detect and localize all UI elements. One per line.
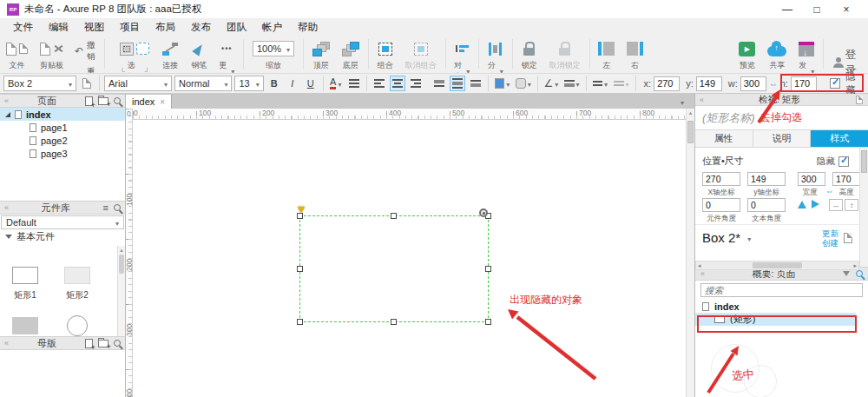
ungroup-button[interactable]: 取消组合 <box>399 38 443 72</box>
scrollbar-thumb[interactable] <box>753 262 801 268</box>
library-section-basic[interactable]: 基本元件 <box>0 230 125 243</box>
align-right-button[interactable] <box>408 76 424 91</box>
resize-handle-top-left[interactable] <box>297 213 303 219</box>
clipboard-tools-button[interactable]: 剪贴板 <box>34 38 69 72</box>
outline-item-rectangle[interactable]: (矩形) <box>695 313 856 326</box>
add-page-icon[interactable] <box>85 96 93 106</box>
canvas-vertical-scrollbar[interactable]: ▴ <box>686 109 694 397</box>
tree-expand-icon[interactable] <box>5 112 10 117</box>
x-input[interactable] <box>654 76 680 91</box>
scrollbar-thumb[interactable] <box>687 121 694 143</box>
scroll-up-icon[interactable]: ▴ <box>118 246 125 254</box>
widget-rectangle2[interactable]: 矩形2 <box>59 267 95 301</box>
collapse-panel-icon[interactable]: « <box>700 269 705 278</box>
italic-button[interactable]: I <box>285 76 300 91</box>
send-to-back-button[interactable]: 底层 <box>336 38 365 72</box>
page-tree-item-page3[interactable]: page3 <box>0 147 125 160</box>
y-input[interactable] <box>696 76 722 91</box>
fill-color-button[interactable] <box>493 76 512 91</box>
undo-button[interactable]: ↶撤销 <box>75 40 96 63</box>
resize-handle-middle-right[interactable] <box>485 266 491 272</box>
library-options-icon[interactable]: ≡ <box>103 202 108 213</box>
collapse-panel-icon[interactable]: « <box>4 339 9 347</box>
lock-button[interactable]: 锁定 <box>516 38 543 72</box>
hidden-checkbox[interactable] <box>830 78 840 89</box>
outline-item-index[interactable]: index <box>695 300 868 313</box>
collapse-panel-icon[interactable]: « <box>4 203 9 212</box>
menu-team[interactable]: 团队 <box>219 21 254 34</box>
connect-button[interactable]: 连接 <box>155 38 185 72</box>
left-panel-toggle-button[interactable]: 左 <box>592 38 621 72</box>
preview-button[interactable]: ▶ 预览 <box>733 38 761 72</box>
tab-style[interactable]: 样式 <box>811 130 868 147</box>
menu-file[interactable]: 文件 <box>5 21 41 34</box>
search-library-icon[interactable] <box>114 204 121 211</box>
bold-button[interactable]: B <box>266 76 282 91</box>
valign-top-button[interactable] <box>431 76 447 91</box>
w-input[interactable] <box>740 76 766 91</box>
copy-style-icon[interactable] <box>844 233 852 243</box>
flip-vertical-icon[interactable] <box>798 201 806 208</box>
widget-angle-input[interactable] <box>702 198 740 212</box>
canvas-page[interactable]: 出现隐藏的对象 <box>133 120 686 397</box>
selected-widget-rectangle[interactable] <box>299 215 489 322</box>
search-masters-icon[interactable] <box>114 340 121 347</box>
resize-handle-bottom-middle[interactable] <box>391 319 397 325</box>
search-pages-icon[interactable] <box>114 97 121 104</box>
menu-account[interactable]: 帐户 <box>254 21 290 34</box>
align-center-button[interactable] <box>390 76 405 91</box>
hidden-checkbox[interactable] <box>838 156 849 167</box>
collapse-panel-icon[interactable]: « <box>4 96 9 105</box>
menu-view[interactable]: 视图 <box>76 21 112 34</box>
width-input[interactable] <box>798 172 825 186</box>
library-select[interactable]: Default <box>1 215 124 229</box>
paste-icon[interactable] <box>40 43 50 56</box>
close-button[interactable]: × <box>832 3 861 16</box>
scroll-left-icon[interactable]: ◂ <box>698 261 701 270</box>
underline-button[interactable]: U <box>303 76 319 91</box>
shadow-button[interactable] <box>514 76 533 91</box>
pen-button[interactable]: 钢笔 <box>185 38 213 72</box>
menu-help[interactable]: 帮助 <box>290 21 326 34</box>
page-tree-item-index[interactable]: index <box>0 108 125 121</box>
widget-style-caret-icon[interactable] <box>746 232 751 244</box>
inspector-horizontal-scrollbar[interactable]: ◂ ▸ <box>695 261 859 270</box>
line-width-button[interactable] <box>562 76 582 91</box>
right-panel-toggle-button[interactable]: 右 <box>621 38 649 72</box>
add-master-folder-icon[interactable] <box>98 340 108 347</box>
open-file-icon[interactable] <box>19 43 28 54</box>
filter-icon[interactable] <box>843 271 850 276</box>
font-weight-select[interactable]: Normal <box>174 76 232 91</box>
new-file-icon[interactable] <box>6 43 16 56</box>
resize-handle-top-middle[interactable] <box>391 213 397 219</box>
maximize-button[interactable]: □ <box>802 3 832 16</box>
height-input[interactable] <box>832 172 860 186</box>
font-color-button[interactable]: A <box>328 76 344 91</box>
fit-width-icon[interactable]: ↔ <box>829 199 843 211</box>
line-style-button[interactable] <box>591 76 610 91</box>
scrollbar-thumb[interactable] <box>119 255 124 274</box>
zoom-select[interactable]: 100% <box>253 41 294 56</box>
widget-style-select[interactable]: Box 2 <box>3 76 76 91</box>
scrollbar-thumb[interactable] <box>861 150 867 173</box>
resize-handle-bottom-right[interactable] <box>485 319 491 325</box>
page-tree-item-page1[interactable]: page1 <box>0 121 125 134</box>
bring-to-front-button[interactable]: 顶层 <box>306 38 336 72</box>
select-intersect-icon[interactable] <box>120 43 134 56</box>
scroll-right-icon[interactable]: ▸ <box>853 261 857 270</box>
fit-height-icon[interactable]: ↕ <box>845 199 858 211</box>
collapse-panel-icon[interactable]: « <box>700 96 704 104</box>
h-input[interactable] <box>791 76 817 91</box>
menu-edit[interactable]: 编辑 <box>41 21 76 34</box>
tab-index[interactable]: index × <box>126 95 172 109</box>
valign-middle-button[interactable] <box>450 76 465 91</box>
outline-search-box[interactable] <box>700 283 863 297</box>
update-style-link[interactable]: 更新 <box>822 228 838 238</box>
y-coordinate-input[interactable] <box>747 172 786 186</box>
resize-handle-bottom-left[interactable] <box>297 319 303 325</box>
line-spacing-button[interactable] <box>346 76 362 91</box>
menu-project[interactable]: 项目 <box>112 21 148 34</box>
widget-rectangle1[interactable]: 矩形1 <box>7 267 43 301</box>
notes-page-icon[interactable] <box>856 96 863 104</box>
scroll-up-icon[interactable]: ▴ <box>687 109 694 116</box>
